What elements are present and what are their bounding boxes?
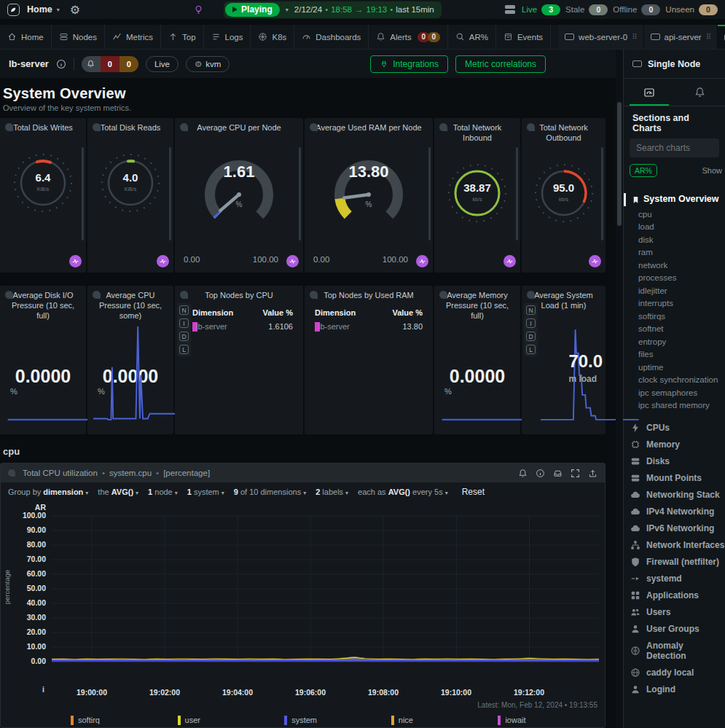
sidebar-section-anomaly-detection[interactable]: Anomaly Detection: [624, 637, 725, 664]
ar-filter-badge[interactable]: AR%: [630, 164, 657, 177]
anomaly-rate-icon[interactable]: [589, 255, 601, 267]
metric-correlations-button[interactable]: Metric correlations: [455, 55, 546, 73]
card-scrollbar[interactable]: [516, 147, 518, 240]
toolbar-segment[interactable]: Group by dimension▾: [8, 488, 88, 496]
drag-handle-icon[interactable]: ⠿: [632, 33, 636, 41]
card-scrollbar[interactable]: [299, 147, 301, 240]
status-unseen[interactable]: Unseen0: [665, 4, 718, 15]
toolbar-segment[interactable]: each as AVG() every 5s▾: [358, 488, 448, 496]
metric-card[interactable]: Top Nodes by Used RAMDimensionValue %lb-…: [305, 286, 433, 434]
nav-item-metrics[interactable]: Metrics: [105, 25, 161, 49]
reset-button[interactable]: Reset: [462, 487, 485, 497]
gauge-card[interactable]: Average CPU per Node1.61%0.00100.00: [175, 118, 303, 273]
date-range[interactable]: 2/12/24 • 18:58 → 19:13 • last 15min: [294, 5, 434, 14]
sidebar-section-systemd[interactable]: systemd: [624, 570, 725, 587]
legend-item-user[interactable]: user: [178, 716, 285, 725]
search-input[interactable]: [630, 143, 719, 153]
anomaly-rate-icon[interactable]: [416, 255, 428, 267]
status-stale[interactable]: Stale0: [565, 4, 608, 15]
toolbar-segment[interactable]: 1 system▾: [187, 488, 224, 496]
metric-card[interactable]: Average Disk I/O Pressure (10 sec, full)…: [0, 286, 86, 434]
toggle-n[interactable]: N: [179, 305, 189, 315]
play-chevron-icon[interactable]: ▾: [286, 7, 289, 13]
node-info-icon[interactable]: [56, 58, 66, 71]
toolbar-segment[interactable]: 9 of 10 dimensions▾: [234, 488, 306, 496]
anomaly-rate-icon[interactable]: [286, 255, 299, 267]
nav-item-logs[interactable]: Logs: [204, 25, 251, 49]
toolbar-segment[interactable]: 2 labels▾: [316, 488, 348, 496]
table-row[interactable]: lb-server1.6106: [192, 322, 293, 332]
sidebar-chart-item-processes[interactable]: processes: [624, 272, 725, 285]
sidebar-section-user-groups[interactable]: User Groups: [624, 620, 725, 637]
sidebar-section-caddy-local[interactable]: caddy local: [624, 664, 725, 681]
toggle-i[interactable]: I: [526, 318, 536, 328]
share-icon[interactable]: [588, 469, 597, 478]
news-bulb-icon[interactable]: [194, 3, 203, 16]
settings-gear-icon[interactable]: ⚙: [70, 3, 80, 17]
card-scrollbar[interactable]: [428, 147, 431, 240]
nav-item-k8s[interactable]: K8s: [251, 25, 294, 49]
drag-handle-icon[interactable]: ⠿: [706, 33, 710, 41]
sidebar-section-ipv4-networking[interactable]: IPv4 Networking: [624, 503, 725, 520]
fullscreen-icon[interactable]: [571, 469, 580, 478]
toggle-n[interactable]: N: [526, 305, 536, 315]
node-tab-web-server-0[interactable]: web-server-0⠿: [558, 25, 643, 49]
scrollbar-thumb[interactable]: [617, 102, 622, 226]
card-scrollbar[interactable]: [601, 147, 603, 240]
inbox-icon[interactable]: [553, 469, 563, 478]
nav-item-ar-[interactable]: AR%: [448, 25, 496, 49]
show-label[interactable]: Show: [702, 166, 722, 175]
toolbar-segment[interactable]: the AVG()▾: [98, 488, 138, 496]
tab-alerts[interactable]: [675, 79, 725, 106]
legend-item-system[interactable]: system: [284, 716, 391, 725]
node-alerts-pill[interactable]: 0 0: [82, 56, 138, 72]
live-status-pill[interactable]: Live: [146, 56, 179, 72]
sidebar-chart-item-idlejitter[interactable]: idlejitter: [624, 284, 725, 297]
gauge-card[interactable]: Total Network Outbound95.0kb/s: [522, 118, 606, 273]
sidebar-chart-item-ram[interactable]: ram: [624, 246, 725, 259]
legend-item-nice[interactable]: nice: [391, 716, 498, 725]
card-scrollbar[interactable]: [169, 147, 171, 240]
sidebar-section-memory[interactable]: Memory: [624, 436, 725, 453]
sidebar-chart-item-disk[interactable]: disk: [624, 233, 725, 246]
table-row[interactable]: lb-server13.80: [315, 322, 423, 332]
node-tab-api-server[interactable]: api-server⠿: [644, 25, 718, 49]
toggle-l[interactable]: L: [179, 345, 189, 354]
integrations-button[interactable]: Integrations: [370, 55, 448, 73]
sidebar-section-applications[interactable]: Applications: [624, 587, 725, 603]
sidebar-section-logind[interactable]: Logind: [624, 681, 725, 697]
sidebar-chart-item-interrupts[interactable]: interrupts: [624, 297, 725, 310]
metric-card[interactable]: Average System Load (1 min)NIDL70.0m loa…: [522, 286, 606, 434]
sidebar-section-mount-points[interactable]: Mount Points: [624, 469, 725, 486]
metric-card[interactable]: Top Nodes by CPUNIDLDimensionValue %lb-s…: [175, 286, 303, 434]
metric-card[interactable]: Average CPU Pressure (10 sec, some)0.000…: [87, 286, 173, 434]
tab-charts[interactable]: [624, 79, 675, 106]
gauge-card[interactable]: Total Disk Writes6.4KiB/s: [0, 118, 86, 273]
space-selector[interactable]: Home ▾: [27, 4, 60, 15]
toggle-l[interactable]: L: [526, 345, 536, 354]
nav-item-alerts[interactable]: Alerts00: [369, 25, 447, 49]
info-icon[interactable]: [536, 469, 545, 478]
sidebar-chart-item-softirqs[interactable]: softirqs: [624, 310, 725, 323]
metric-card[interactable]: Average Memory Pressure (10 sec, full)0.…: [434, 286, 520, 434]
sidebar-item-system-overview[interactable]: System Overview: [624, 192, 725, 208]
gauge-card[interactable]: Average Used RAM per Node13.80%0.00100.0…: [305, 118, 433, 273]
anomaly-rate-icon[interactable]: [69, 255, 82, 267]
chart-plot[interactable]: ARpercentage100.0090.0080.0070.0060.0050…: [1, 501, 605, 685]
sidebar-chart-item-load[interactable]: load: [624, 221, 725, 234]
legend-item-softirq[interactable]: softirq: [71, 716, 178, 725]
nav-item-events[interactable]: Events: [496, 25, 551, 49]
sidebar-chart-item-cpu[interactable]: cpu: [624, 208, 725, 221]
playing-button[interactable]: Playing: [225, 3, 280, 17]
nav-item-top[interactable]: Top: [161, 25, 204, 49]
sidebar-section-ipv6-networking[interactable]: IPv6 Networking: [624, 520, 725, 536]
legend-item-iowait[interactable]: iowait: [498, 716, 605, 725]
gauge-card[interactable]: Total Network Inbound38.87kb/s: [434, 118, 520, 273]
sidebar-section-network-interfaces[interactable]: Network Interfaces: [624, 536, 725, 553]
gauge-card[interactable]: Total Disk Reads4.0KiB/s: [87, 118, 173, 273]
anomaly-rate-icon[interactable]: [503, 255, 516, 267]
nav-item-dashboards[interactable]: Dashboards: [294, 25, 369, 49]
sidebar-section-disks[interactable]: Disks: [624, 453, 725, 469]
sidebar-section-users[interactable]: Users: [624, 603, 725, 620]
toggle-d[interactable]: D: [526, 332, 536, 341]
